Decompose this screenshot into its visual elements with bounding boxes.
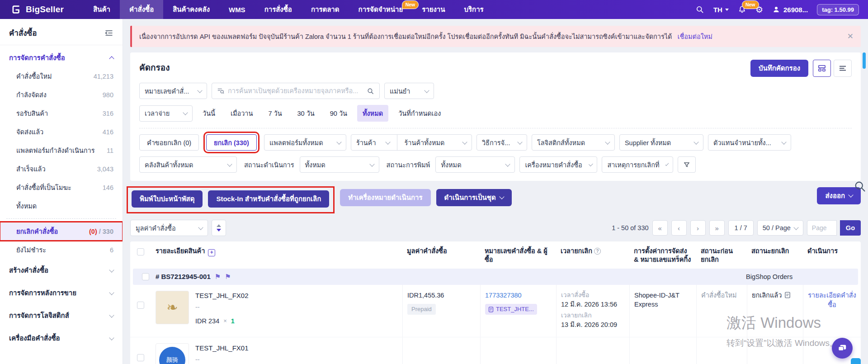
nav-item-purchasing[interactable]: การสั่งซื้อ xyxy=(255,0,302,19)
match-mode-selector[interactable]: แม่นยำ xyxy=(384,83,434,99)
sidebar-item-void-orders[interactable]: คำสั่งซื้อที่เป็นโมฆะ146 xyxy=(0,178,123,197)
tab-cancel-request[interactable]: คำขอยกเลิก (0) xyxy=(139,134,199,151)
order-number-link[interactable]: 1773327380 xyxy=(485,292,522,299)
product-sku-note: -- xyxy=(195,303,249,312)
last-page-button[interactable]: » xyxy=(709,220,725,236)
help-icon[interactable]: ? xyxy=(594,248,601,255)
assistant-widget-icon[interactable] xyxy=(851,358,861,364)
sidebar-item-unpaid[interactable]: ยังไม่ชำระ6 xyxy=(0,241,123,259)
sidebar-item-platform-processing[interactable]: แพลตฟอร์มกำลังดำเนินการ11 xyxy=(0,141,123,160)
time-option-custom[interactable]: วันที่กำหนดเอง xyxy=(393,105,446,122)
sidebar-item-shipped[interactable]: จัดส่งแล้ว416 xyxy=(0,123,123,141)
order-details-link[interactable]: รายละเอียดคำสั่งซื้อ xyxy=(808,291,856,311)
nav-item-services[interactable]: บริการ xyxy=(455,0,493,19)
sidebar-item-all[interactable]: ทั้งหมด xyxy=(0,197,123,215)
cancel-time-label: เวลายกเลิก xyxy=(561,311,625,320)
list-view-button[interactable] xyxy=(834,60,852,77)
logistics-filter[interactable]: โลจิสติกส์ทั้งหมด xyxy=(532,134,615,151)
distributor-filter[interactable]: ตัวแทนจำหน่ายทั้ง... xyxy=(708,134,791,151)
nav-item-orders[interactable]: คำสั่งซื้อ xyxy=(120,0,163,19)
reconnect-link[interactable]: เชื่อมต่อใหม่ xyxy=(678,31,712,42)
payment-badge: Prepaid xyxy=(407,304,436,315)
sidebar-section-logistics[interactable]: การจัดการโลจิสติกส์ xyxy=(0,304,123,327)
print-parcel-label-button[interactable]: พิมพ์ใบปะหน้าพัสดุ xyxy=(132,190,203,208)
search-icon[interactable] xyxy=(367,87,374,95)
sidebar-item-shipping[interactable]: กำลังจัดส่ง980 xyxy=(0,85,123,104)
shipping-method-filter[interactable]: วิธีการจั... xyxy=(476,134,527,151)
advanced-filter-button[interactable] xyxy=(678,156,696,173)
order-mark-filter[interactable]: เครื่องหมายคำสั่งซื้อ xyxy=(519,156,597,173)
cancel-note-icon[interactable] xyxy=(784,292,791,298)
sidebar-section-after-sales[interactable]: การจัดการหลังการขาย xyxy=(0,282,123,304)
select-all-checkbox[interactable] xyxy=(137,248,144,255)
bigseller-logo[interactable]: BigSeller xyxy=(10,4,64,15)
nav-item-reports[interactable]: รายงาน xyxy=(412,0,454,19)
first-page-button[interactable]: « xyxy=(652,220,668,236)
print-status-filter[interactable]: ทั้งหมด xyxy=(435,156,515,173)
page-jump-input[interactable] xyxy=(807,220,837,236)
group-checkbox[interactable] xyxy=(142,273,149,280)
tab-cancelled[interactable]: ยกเลิก (330) xyxy=(206,134,257,151)
order-search-input[interactable] xyxy=(228,87,363,95)
notifications-button[interactable]: New xyxy=(738,5,746,14)
sidebar-section-order-tools[interactable]: เครื่องมือคำสั่งซื้อ xyxy=(0,327,123,350)
search-icon[interactable] xyxy=(695,5,704,14)
buyer-tag[interactable]: TEST_JHTE... xyxy=(485,304,537,315)
per-page-selector[interactable]: 50 / Page xyxy=(757,220,803,236)
time-option-30days[interactable]: 30 วัน xyxy=(292,105,320,122)
flag-icon[interactable]: ⚑ xyxy=(225,273,231,281)
time-option-today[interactable]: วันนี้ xyxy=(197,105,221,122)
prev-page-button[interactable]: ‹ xyxy=(671,220,687,236)
card-view-button[interactable] xyxy=(813,60,831,77)
process-status-filter[interactable]: ทั้งหมด xyxy=(300,156,379,173)
chevron-down-icon xyxy=(517,139,522,144)
time-option-yesterday[interactable]: เมื่อวาน xyxy=(225,105,258,122)
store-filter[interactable]: ร้านค้า ร้านค้าทั้งหมด xyxy=(351,134,472,151)
sidebar-item-to-receive[interactable]: รอรับสินค้า316 xyxy=(0,104,123,123)
search-field-selector[interactable]: หมายเลขคำสั่... xyxy=(139,83,207,99)
time-option-90days[interactable]: 90 วัน xyxy=(325,105,353,122)
sidebar-item-cancelled-orders[interactable]: ยกเลิกคำสั่งซื้อ (0) / 330 xyxy=(0,222,123,241)
add-column-icon[interactable]: + xyxy=(208,249,215,256)
sidebar-item-new-orders[interactable]: คำสั่งซื้อใหม่41,213 xyxy=(0,67,123,85)
go-button[interactable]: Go xyxy=(840,220,861,236)
batch-process-button[interactable]: ดำเนินการเป็นชุด xyxy=(436,189,512,206)
account-button[interactable]: 26908... xyxy=(772,5,808,14)
nav-item-inventory[interactable]: สินค้าคงคลัง xyxy=(163,0,219,19)
chevron-down-icon xyxy=(198,225,203,230)
supplier-filter[interactable]: Supplier ทั้งหมด xyxy=(619,134,703,151)
sort-direction-toggle[interactable] xyxy=(212,220,226,236)
cancel-reason-filter[interactable]: สาเหตุการยกเลิกที่ xyxy=(602,156,673,173)
platform-filter[interactable]: แพลตฟอร์มทั้งหมด xyxy=(264,134,346,151)
language-selector[interactable]: TH xyxy=(713,6,729,14)
warehouse-filter[interactable]: คลังสินค้าทั้งหมด xyxy=(139,156,237,173)
row-checkbox[interactable] xyxy=(137,354,144,361)
nav-item-marketing[interactable]: การตลาด xyxy=(302,0,349,19)
nav-item-products[interactable]: สินค้า xyxy=(84,0,120,19)
close-icon[interactable]: ✕ xyxy=(836,32,854,41)
time-option-7days[interactable]: 7 วัน xyxy=(263,105,287,122)
nav-item-wms[interactable]: WMS xyxy=(219,0,255,19)
batch-search-icon xyxy=(217,87,224,95)
stock-in-cancelled-button[interactable]: Stock-In สำหรับคำสั่งซื้อที่ถูกยกเลิก xyxy=(208,190,329,208)
time-field-selector[interactable]: เวลาจ่าย xyxy=(139,105,193,122)
view-toggle-group xyxy=(813,60,852,77)
scrollbar-thumb[interactable] xyxy=(863,52,866,69)
next-page-button[interactable]: › xyxy=(690,220,706,236)
flag-icon[interactable]: ⚑ xyxy=(215,273,221,281)
mark-processed-button[interactable]: ทำเครื่องหมายดำเนินการ xyxy=(340,189,430,206)
cancel-status: ยกเลิกแล้ว xyxy=(752,291,782,300)
sidebar-section-order-management[interactable]: การจัดการคำสั่งซื้อ xyxy=(0,45,123,67)
sort-field-selector[interactable]: มูลค่าคำสั่งซื้อ xyxy=(130,220,208,236)
time-option-all[interactable]: ทั้งหมด xyxy=(357,105,388,122)
sidebar-section-create-order[interactable]: สร้างคำสั่งซื้อ xyxy=(0,259,123,282)
chat-widget-button[interactable] xyxy=(832,338,853,359)
row-checkbox[interactable] xyxy=(137,302,144,309)
nav-item-distribution[interactable]: การจัดจำหน่ายNew xyxy=(349,0,413,19)
save-filter-button[interactable]: บันทึกคัดกรอง xyxy=(750,60,808,77)
table-search-icon[interactable] xyxy=(854,180,866,193)
pagination: 1 - 50 of 330 « ‹ › » 1 / 7 50 / Page Go xyxy=(612,220,861,236)
chevron-down-icon xyxy=(848,192,853,197)
sidebar-item-completed[interactable]: สำเร็จแล้ว3,043 xyxy=(0,160,123,178)
sidebar-collapse-icon[interactable] xyxy=(104,29,113,37)
